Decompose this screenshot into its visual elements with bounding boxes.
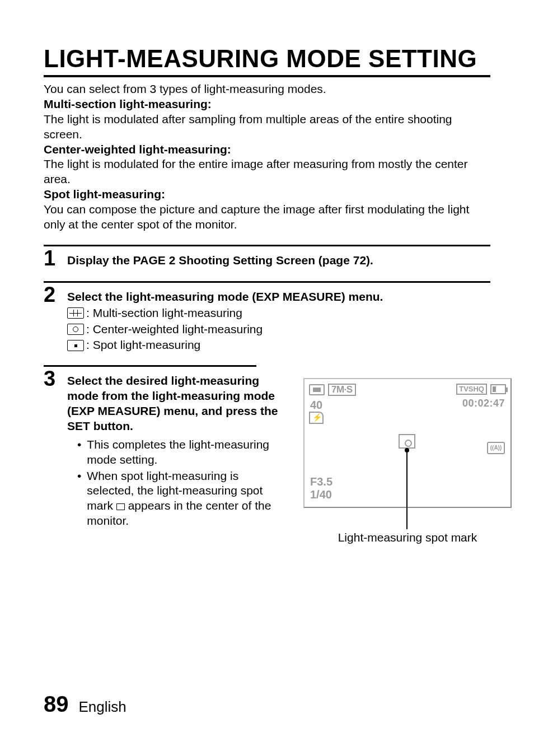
figure-caption: Light-measuring spot mark	[303, 530, 512, 545]
aperture-readout: F3.5	[310, 475, 332, 488]
card-icon	[309, 384, 325, 395]
page-language: English	[79, 698, 127, 716]
center-body: The light is modulated for the entire im…	[44, 157, 468, 185]
flash-mode-icon	[309, 412, 324, 424]
bullet-dot: •	[67, 469, 81, 529]
shutter-readout: 1/40	[310, 488, 332, 501]
step-1-number: 1	[44, 248, 67, 269]
multi-heading: Multi-section light-measuring:	[44, 97, 212, 110]
intro-lead: You can select from 3 types of light-mea…	[44, 82, 326, 95]
shots-remaining: 40	[310, 398, 322, 413]
option-spot-label: : Spot light-measuring	[86, 338, 200, 353]
multi-body: The light is modulated after sampling fr…	[44, 113, 452, 141]
option-multi-section: : Multi-section light-measuring	[67, 306, 490, 321]
step-3-bullet-1: • This completes the light-measuring mod…	[67, 437, 289, 468]
step-3: 3 Select the desired light-measuring mod…	[44, 368, 490, 545]
spot-mark-on-screen	[399, 434, 415, 449]
spot-mark-inline-icon	[116, 503, 125, 510]
video-quality-indicator: TVSHQ	[456, 384, 487, 395]
step-1-rule	[44, 245, 490, 246]
step-2-title: Select the light-measuring mode (EXP MEA…	[67, 290, 490, 305]
option-multi-label: : Multi-section light-measuring	[86, 306, 242, 321]
center-weighted-icon	[67, 324, 84, 335]
quality-indicator: 7M·S	[328, 384, 356, 396]
spot-body: You can compose the picture and capture …	[44, 203, 469, 231]
step-2: 2 Select the light-measuring mode (EXP M…	[44, 284, 490, 353]
intro-block: You can select from 3 types of light-mea…	[44, 82, 490, 232]
step-3-rule	[44, 365, 256, 367]
page-number: 89	[44, 692, 69, 717]
bullet-dot: •	[67, 437, 81, 468]
title-rule	[44, 75, 490, 77]
spot-icon	[67, 340, 84, 351]
camera-screen: 7M·S 40 TVSHQ 00:02:47 ((A)) F3.5 1/40	[303, 378, 512, 508]
step-1-title: Display the PAGE 2 Shooting Setting Scre…	[67, 253, 490, 268]
step-3-title: Select the desired light-measuring mode …	[67, 374, 289, 434]
option-center-label: : Center-weighted light-measuring	[86, 322, 263, 337]
image-stabilizer-icon: ((A))	[487, 442, 505, 454]
spot-heading: Spot light-measuring:	[44, 188, 165, 200]
battery-icon	[490, 384, 506, 394]
multi-section-icon	[67, 307, 84, 319]
camera-screen-figure: 7M·S 40 TVSHQ 00:02:47 ((A)) F3.5 1/40	[303, 378, 512, 545]
center-heading: Center-weighted light-measuring:	[44, 143, 231, 156]
record-time: 00:02:47	[462, 397, 505, 410]
step-2-number: 2	[44, 284, 67, 305]
option-center-weighted: : Center-weighted light-measuring	[67, 322, 490, 337]
callout-leader-line	[406, 450, 407, 529]
step-2-rule	[44, 281, 490, 283]
option-spot: : Spot light-measuring	[67, 338, 490, 353]
step-3-bullet-2: • When spot light-measuring is selected,…	[67, 469, 289, 529]
step-3-bullet-1-text: This completes the light-measuring mode …	[87, 437, 289, 468]
step-1: 1 Display the PAGE 2 Shooting Setting Sc…	[44, 248, 490, 269]
page-title: LIGHT-MEASURING MODE SETTING	[44, 45, 490, 73]
page-footer: 89 English	[44, 692, 127, 717]
step-3-number: 3	[44, 368, 67, 389]
